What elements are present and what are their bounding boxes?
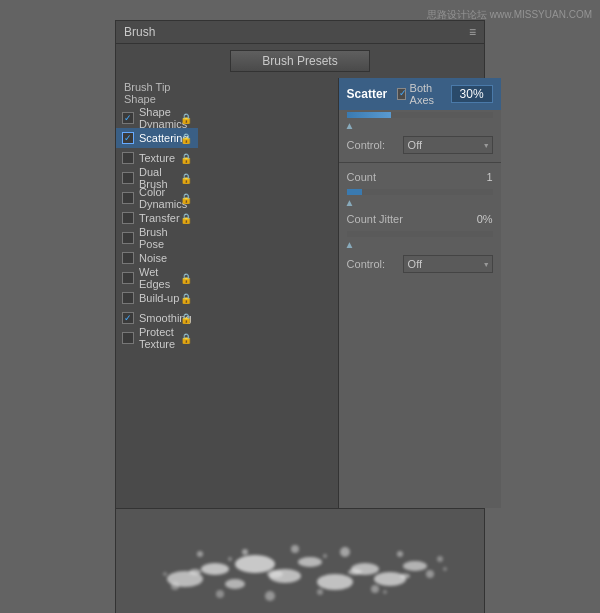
transfer-label: Transfer bbox=[139, 212, 180, 224]
svg-point-8 bbox=[374, 572, 406, 586]
color-dynamics-lock: 🔒 bbox=[180, 193, 192, 204]
texture-label: Texture bbox=[139, 152, 175, 164]
svg-point-24 bbox=[348, 569, 362, 575]
count-jitter-triangle-indicator: ▲ bbox=[339, 239, 501, 251]
count-jitter-value: 0% bbox=[463, 213, 493, 225]
svg-point-10 bbox=[197, 551, 203, 557]
noise-label: Noise bbox=[139, 252, 167, 264]
count-row: Count 1 bbox=[339, 167, 501, 187]
scatter-slider-container bbox=[339, 110, 501, 120]
color-dynamics-checkbox[interactable] bbox=[122, 192, 134, 204]
count-jitter-row: Count Jitter 0% bbox=[339, 209, 501, 229]
transfer-checkbox[interactable] bbox=[122, 212, 134, 224]
panel-header-icons: ≡ bbox=[469, 25, 476, 39]
shape-dynamics-checkbox[interactable]: ✓ bbox=[122, 112, 134, 124]
left-sidebar: Brush Tip Shape ✓ Shape Dynamics 🔒 ✓ Sca… bbox=[116, 78, 198, 508]
svg-point-26 bbox=[163, 572, 167, 576]
sidebar-item-color-dynamics[interactable]: Color Dynamics 🔒 bbox=[116, 188, 198, 208]
svg-point-15 bbox=[317, 589, 323, 595]
scatter-label: Scatter bbox=[347, 87, 388, 101]
svg-point-29 bbox=[323, 554, 327, 558]
noise-checkbox[interactable] bbox=[122, 252, 134, 264]
svg-point-27 bbox=[443, 567, 447, 571]
svg-point-23 bbox=[267, 570, 283, 578]
svg-point-18 bbox=[397, 551, 403, 557]
sidebar-item-smoothing[interactable]: ✓ Smoothing 🔒 bbox=[116, 308, 198, 328]
texture-checkbox[interactable] bbox=[122, 152, 134, 164]
sidebar-item-shape-dynamics[interactable]: ✓ Shape Dynamics 🔒 bbox=[116, 108, 198, 128]
count-jitter-label: Count Jitter bbox=[347, 213, 463, 225]
both-axes-label: Both Axes bbox=[410, 82, 441, 106]
svg-point-9 bbox=[403, 561, 427, 571]
brush-presets-button[interactable]: Brush Presets bbox=[230, 50, 370, 72]
both-axes-checkbox[interactable] bbox=[397, 88, 405, 100]
svg-point-14 bbox=[291, 545, 299, 553]
sidebar-item-texture[interactable]: Texture 🔒 bbox=[116, 148, 198, 168]
divider-1 bbox=[339, 162, 501, 163]
build-up-label: Build-up bbox=[139, 292, 179, 304]
wet-edges-checkbox[interactable] bbox=[122, 272, 134, 284]
panel-body: Brush Tip Shape ✓ Shape Dynamics 🔒 ✓ Sca… bbox=[116, 78, 484, 508]
sidebar-item-protect-texture[interactable]: Protect Texture 🔒 bbox=[116, 328, 198, 348]
svg-point-3 bbox=[235, 555, 275, 573]
scatter-slider[interactable] bbox=[347, 112, 493, 118]
svg-point-19 bbox=[171, 582, 179, 590]
dual-brush-lock: 🔒 bbox=[180, 173, 192, 184]
panel-menu-icon[interactable]: ≡ bbox=[469, 25, 476, 39]
scatter-triangle-indicator: ▲ bbox=[339, 120, 501, 132]
panel-title: Brush bbox=[124, 25, 155, 39]
svg-point-2 bbox=[225, 579, 245, 589]
control-dropdown-1[interactable]: Off Fade Pen Pressure Pen Tilt bbox=[403, 136, 493, 154]
count-label: Count bbox=[347, 171, 463, 183]
sidebar-item-build-up[interactable]: Build-up 🔒 bbox=[116, 288, 198, 308]
brush-preview-svg bbox=[125, 514, 475, 614]
both-axes-toggle[interactable]: Both Axes bbox=[397, 82, 440, 106]
sidebar-item-scattering[interactable]: ✓ Scattering 🔒 bbox=[116, 128, 198, 148]
sidebar-item-transfer[interactable]: Transfer 🔒 bbox=[116, 208, 198, 228]
scatter-header: Scatter Both Axes 30% bbox=[339, 78, 501, 110]
svg-point-12 bbox=[242, 549, 248, 555]
wet-edges-lock: 🔒 bbox=[180, 273, 192, 284]
svg-point-5 bbox=[298, 557, 322, 567]
dual-brush-checkbox[interactable] bbox=[122, 172, 134, 184]
control-dropdown-2[interactable]: Off Fade Pen Pressure Pen Tilt bbox=[403, 255, 493, 273]
svg-point-16 bbox=[340, 547, 350, 557]
panel-header: Brush ≡ bbox=[116, 21, 484, 44]
sidebar-item-noise[interactable]: Noise bbox=[116, 248, 198, 268]
control-label-1: Control: bbox=[347, 139, 397, 151]
brush-panel: Brush ≡ Brush Presets Brush Tip Shape ✓ … bbox=[115, 20, 485, 613]
count-value: 1 bbox=[463, 171, 493, 183]
count-slider[interactable] bbox=[347, 189, 493, 195]
sidebar-item-dual-brush[interactable]: Dual Brush 🔒 bbox=[116, 168, 198, 188]
svg-point-25 bbox=[400, 573, 410, 578]
svg-point-22 bbox=[189, 569, 201, 575]
smoothing-lock: 🔒 bbox=[180, 313, 192, 324]
svg-point-20 bbox=[426, 570, 434, 578]
control-select-wrapper-2: Off Fade Pen Pressure Pen Tilt bbox=[403, 255, 493, 273]
svg-point-13 bbox=[265, 591, 275, 601]
smoothing-checkbox[interactable]: ✓ bbox=[122, 312, 134, 324]
brush-pose-checkbox[interactable] bbox=[122, 232, 134, 244]
control-row-1: Control: Off Fade Pen Pressure Pen Tilt bbox=[339, 132, 501, 158]
protect-texture-checkbox[interactable] bbox=[122, 332, 134, 344]
svg-point-28 bbox=[228, 557, 232, 561]
svg-point-6 bbox=[317, 574, 353, 590]
scattering-checkbox[interactable]: ✓ bbox=[122, 132, 134, 144]
svg-point-30 bbox=[383, 590, 387, 594]
shape-dynamics-lock: 🔒 bbox=[180, 113, 192, 124]
brush-tip-shape-label: Brush Tip Shape bbox=[116, 78, 198, 108]
svg-point-11 bbox=[216, 590, 224, 598]
protect-texture-lock: 🔒 bbox=[180, 333, 192, 344]
scatter-percentage: 30% bbox=[451, 85, 493, 103]
right-panel: Scatter Both Axes 30% ▲ Control: bbox=[338, 78, 501, 508]
control-select-wrapper-1: Off Fade Pen Pressure Pen Tilt bbox=[403, 136, 493, 154]
control-row-2: Control: Off Fade Pen Pressure Pen Tilt bbox=[339, 251, 501, 277]
brush-pose-label: Brush Pose bbox=[139, 226, 192, 250]
build-up-checkbox[interactable] bbox=[122, 292, 134, 304]
sidebar-item-wet-edges[interactable]: Wet Edges 🔒 bbox=[116, 268, 198, 288]
texture-lock: 🔒 bbox=[180, 153, 192, 164]
count-slider-container bbox=[339, 187, 501, 197]
sidebar-item-brush-pose[interactable]: Brush Pose bbox=[116, 228, 198, 248]
svg-point-1 bbox=[201, 563, 229, 575]
count-jitter-slider[interactable] bbox=[347, 231, 493, 237]
